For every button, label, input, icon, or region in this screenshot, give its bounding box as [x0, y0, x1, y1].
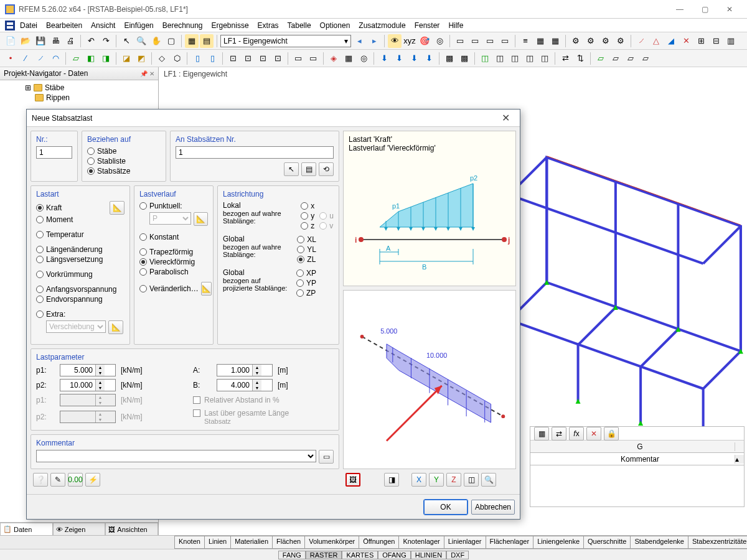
- tb-print[interactable]: 🖨: [63, 34, 77, 48]
- t2-v2[interactable]: ◩: [134, 52, 148, 65]
- t2-g3[interactable]: ⬇: [407, 52, 421, 65]
- t2-i3[interactable]: ◫: [508, 52, 522, 65]
- tb-mod2[interactable]: ⚙: [584, 34, 598, 48]
- tab-volumen[interactable]: Volumenkörper: [304, 536, 359, 549]
- t2-f1[interactable]: ◈: [327, 52, 341, 65]
- radio-zl[interactable]: ZL: [297, 254, 316, 264]
- t2-i5[interactable]: ◫: [538, 52, 552, 65]
- tab-stabexz[interactable]: Stabexzentrizitäten: [688, 536, 747, 549]
- menu-berechnung[interactable]: Berechnung: [159, 20, 207, 31]
- t2-i1[interactable]: ◫: [478, 52, 492, 65]
- radio-konstant[interactable]: Konstant: [139, 232, 208, 242]
- view-z-button[interactable]: Z: [446, 473, 461, 487]
- dialog-close-button[interactable]: ✕: [497, 112, 515, 124]
- t2-l1[interactable]: ▯: [190, 52, 204, 65]
- t2-k2[interactable]: ▱: [609, 52, 622, 65]
- grid-btn4[interactable]: ✕: [586, 427, 601, 441]
- nr-input[interactable]: [36, 146, 72, 159]
- radio-vorkruemmung[interactable]: Vorkrümmung: [36, 269, 125, 279]
- b-input[interactable]: ▲▼: [217, 379, 273, 391]
- radio-kraft[interactable]: Kraft: [36, 203, 110, 213]
- radio-laengsver[interactable]: Längsversetzung: [36, 254, 125, 264]
- radio-endvor[interactable]: Endvorspannung: [36, 294, 125, 304]
- tb-next[interactable]: ▸: [367, 34, 381, 48]
- t2-g1[interactable]: ⬇: [377, 52, 391, 65]
- tb-m4[interactable]: ▭: [498, 34, 512, 48]
- radio-trapez[interactable]: Trapezförmig: [139, 247, 208, 257]
- tb-g1[interactable]: ▦: [185, 34, 199, 48]
- t2-g2[interactable]: ⬇: [392, 52, 406, 65]
- radio-anfangsvor[interactable]: Anfangsvorspannung: [36, 284, 125, 294]
- preview-toggle-button[interactable]: 🖼: [345, 473, 360, 487]
- close-button[interactable]: ✕: [717, 1, 742, 18]
- t2-f3[interactable]: ◎: [357, 52, 370, 65]
- tb-view1[interactable]: 👁: [388, 34, 402, 48]
- t2-k3[interactable]: ▱: [624, 52, 637, 65]
- lf-combo[interactable]: LF1 - Eigengewicht▾: [220, 35, 351, 47]
- radio-temperatur[interactable]: Temperatur: [36, 230, 125, 240]
- tb-s2[interactable]: △: [649, 34, 663, 48]
- t2-c2[interactable]: ⊡: [241, 52, 255, 65]
- radio-zp[interactable]: ZP: [296, 288, 316, 298]
- minimize-button[interactable]: —: [667, 1, 692, 18]
- tb-s5[interactable]: ⊞: [694, 34, 708, 48]
- tab-stabendgelenke[interactable]: Stabendgelenke: [630, 536, 688, 549]
- kommentar-pick-button[interactable]: ▭: [319, 450, 334, 464]
- tb-save[interactable]: 💾: [34, 34, 47, 48]
- tab-querschnitte[interactable]: Querschnitte: [583, 536, 631, 549]
- kommentar-input[interactable]: [36, 450, 316, 462]
- menu-datei[interactable]: Datei: [16, 20, 41, 31]
- menu-fenster[interactable]: Fenster: [411, 20, 444, 31]
- t2-i4[interactable]: ◫: [523, 52, 537, 65]
- ok-button[interactable]: OK: [424, 500, 467, 515]
- radio-stabliste[interactable]: Stabliste: [87, 156, 161, 166]
- pick-arrow-button[interactable]: ↖: [284, 162, 299, 176]
- punkt-icon-button[interactable]: 📐: [194, 212, 209, 226]
- t2-f2[interactable]: ▦: [342, 52, 355, 65]
- t2-n3[interactable]: ⟋: [34, 52, 47, 65]
- t2-h1[interactable]: ▩: [443, 52, 456, 65]
- nav-tab-ansichten[interactable]: 🖼Ansichten: [105, 523, 158, 535]
- t2-j1[interactable]: ⇄: [558, 52, 572, 65]
- radio-veraenderlich[interactable]: Veränderlich…: [139, 284, 199, 294]
- tab-knoten[interactable]: Knoten: [174, 536, 205, 549]
- t2-k1[interactable]: ▱: [594, 52, 608, 65]
- t2-e2[interactable]: ▭: [306, 52, 320, 65]
- cancel-button[interactable]: Abbrechen: [471, 500, 515, 515]
- tb-pan[interactable]: ✋: [149, 34, 163, 48]
- menu-ansicht[interactable]: Ansicht: [87, 20, 119, 31]
- t2-i2[interactable]: ◫: [493, 52, 507, 65]
- t2-j2[interactable]: ⇅: [573, 52, 587, 65]
- grid-btn1[interactable]: ▦: [534, 427, 549, 441]
- radio-xp[interactable]: XP: [296, 268, 316, 278]
- tb-select[interactable]: ↖: [120, 34, 133, 48]
- t2-k4[interactable]: ▱: [639, 52, 652, 65]
- menu-zusatzmodule[interactable]: Zusatzmodule: [355, 20, 409, 31]
- t2-n4[interactable]: ◠: [49, 52, 62, 65]
- radio-parabol[interactable]: Parabolisch: [139, 267, 208, 277]
- tb-new[interactable]: 📄: [4, 34, 17, 48]
- radio-yl[interactable]: YL: [297, 245, 316, 254]
- tab-flaechen[interactable]: Flächen: [272, 536, 305, 549]
- nav-tab-zeigen[interactable]: 👁Zeigen: [53, 523, 106, 535]
- tb-m3[interactable]: ▭: [483, 34, 497, 48]
- radio-y[interactable]: y: [301, 211, 314, 221]
- dlg-bolt-button[interactable]: ⚡: [85, 473, 100, 487]
- tab-linien[interactable]: Linien: [204, 536, 231, 549]
- tb-s1[interactable]: ⟋: [634, 34, 648, 48]
- menu-hilfe[interactable]: Hilfe: [444, 20, 467, 31]
- view-3d-button[interactable]: ◫: [464, 473, 479, 487]
- tab-liniengelenke[interactable]: Liniengelenke: [533, 536, 584, 549]
- grid-btn5[interactable]: 🔒: [604, 427, 619, 441]
- t2-o1[interactable]: ◇: [155, 52, 169, 65]
- stabsaetze-input[interactable]: [176, 146, 334, 159]
- t2-o2[interactable]: ⬡: [170, 52, 184, 65]
- t2-s3[interactable]: ◨: [99, 52, 113, 65]
- tb-calc[interactable]: ≡: [519, 34, 532, 48]
- tab-flaechenlager[interactable]: Flächenlager: [486, 536, 534, 549]
- tb-open[interactable]: 📂: [19, 34, 32, 48]
- menu-extras[interactable]: Extras: [254, 20, 283, 31]
- tb-s6[interactable]: ⊟: [709, 34, 723, 48]
- p1-input[interactable]: ▲▼: [60, 364, 116, 376]
- tab-oeffnungen[interactable]: Öffnungen: [359, 536, 399, 549]
